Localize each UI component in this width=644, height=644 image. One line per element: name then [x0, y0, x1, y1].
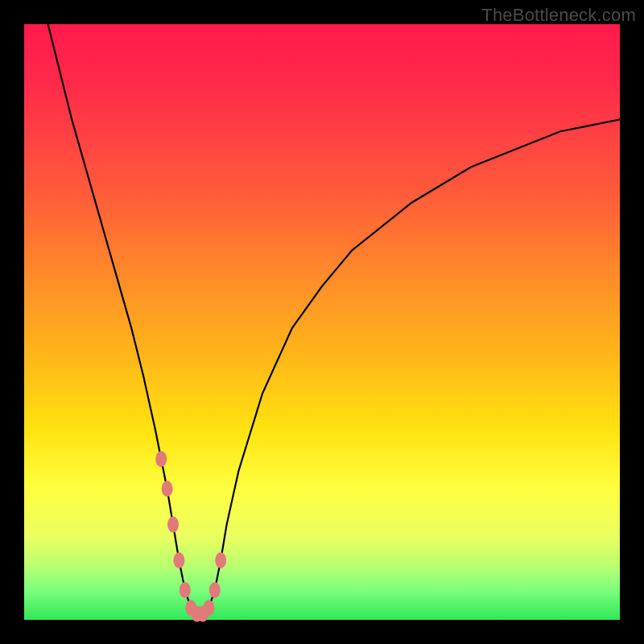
plot-area	[24, 24, 620, 620]
curve-marker	[209, 582, 221, 598]
curve-marker	[162, 481, 173, 497]
chart-frame: TheBottleneck.com	[0, 0, 644, 644]
curve-marker	[180, 582, 191, 598]
curve-marker	[167, 517, 179, 533]
watermark-text: TheBottleneck.com	[481, 5, 636, 26]
curve-marker	[215, 552, 226, 568]
curve-svg	[24, 24, 620, 620]
marker-group	[155, 451, 226, 621]
curve-marker	[203, 600, 214, 616]
curve-marker	[155, 451, 167, 467]
bottleneck-curve	[48, 24, 620, 614]
curve-marker	[173, 552, 184, 568]
